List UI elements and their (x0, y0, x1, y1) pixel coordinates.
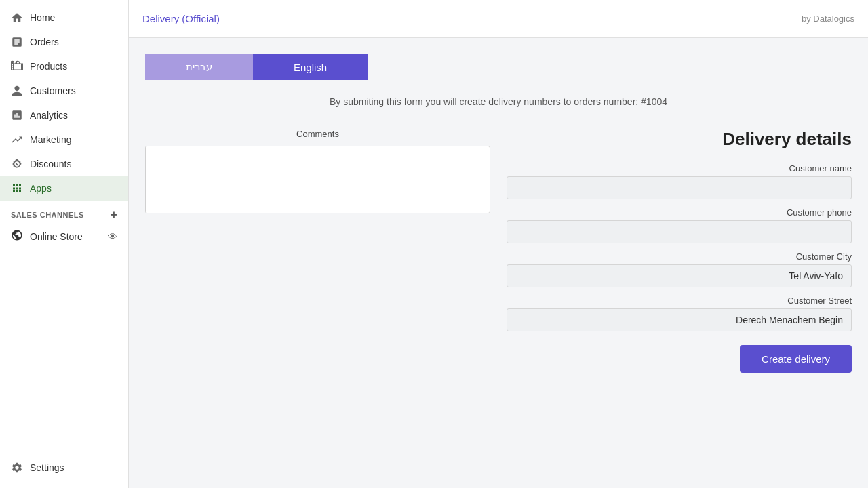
sidebar-item-orders[interactable]: Orders (0, 30, 128, 54)
sidebar-item-online-store[interactable]: Online Store 👁 (0, 224, 128, 249)
topbar-credit: by Datalogics (802, 14, 854, 24)
sidebar-item-analytics[interactable]: Analytics (0, 103, 128, 127)
create-delivery-button[interactable]: Create delivery (740, 345, 852, 373)
topbar: Delivery (Official) by Datalogics (129, 0, 868, 38)
customer-city-group: Customer City (507, 251, 852, 287)
customer-name-input[interactable] (507, 176, 852, 199)
sidebar: Home Orders Products Customers Analytics (0, 0, 129, 488)
analytics-icon (11, 109, 23, 121)
sidebar-item-apps[interactable]: Apps (0, 176, 128, 201)
topbar-title: Delivery (Official) (142, 13, 220, 24)
products-icon (11, 60, 23, 73)
customer-name-group: Customer name (507, 163, 852, 199)
orders-icon (11, 36, 23, 48)
delivery-details-title: Delivery details (507, 129, 852, 150)
sidebar-item-customers[interactable]: Customers (0, 79, 128, 103)
sidebar-bottom: Settings (0, 447, 128, 488)
language-toggle: עברית English (145, 54, 852, 80)
customer-phone-label: Customer phone (787, 207, 852, 218)
sidebar-item-products[interactable]: Products (0, 54, 128, 79)
customer-city-input[interactable] (507, 264, 852, 287)
customer-street-label: Customer Street (787, 296, 852, 306)
comments-textarea[interactable] (145, 146, 490, 214)
hebrew-button[interactable]: עברית (145, 54, 253, 80)
comments-section: Comments (145, 129, 490, 214)
customer-phone-input[interactable] (507, 220, 852, 243)
sales-channels-header: SALES CHANNELS + (0, 201, 128, 224)
discounts-icon (11, 158, 23, 170)
home-icon (11, 12, 23, 24)
customer-phone-group: Customer phone (507, 207, 852, 243)
apps-icon (11, 182, 23, 195)
online-store-icon (11, 229, 23, 243)
content-area: עברית English By submiting this form you… (129, 38, 868, 488)
marketing-icon (11, 134, 23, 146)
add-sales-channel-icon[interactable]: + (111, 209, 117, 221)
comments-label: Comments (145, 129, 490, 139)
online-store-eye-icon[interactable]: 👁 (108, 231, 117, 242)
sidebar-nav: Home Orders Products Customers Analytics (0, 0, 128, 447)
english-button[interactable]: English (253, 54, 368, 80)
form-layout: Comments Delivery details Customer name … (145, 129, 852, 373)
sidebar-item-marketing[interactable]: Marketing (0, 127, 128, 152)
sidebar-item-discounts[interactable]: Discounts (0, 152, 128, 176)
sidebar-item-settings[interactable]: Settings (0, 455, 128, 480)
main-area: Delivery (Official) by Datalogics עברית … (129, 0, 868, 488)
customer-name-label: Customer name (789, 163, 852, 174)
info-message: By submiting this form you will create d… (145, 96, 852, 107)
settings-icon (11, 462, 23, 474)
sidebar-item-home[interactable]: Home (0, 5, 128, 30)
customer-street-input[interactable] (507, 308, 852, 331)
delivery-details-section: Delivery details Customer name Customer … (507, 129, 852, 373)
customer-street-group: Customer Street (507, 296, 852, 331)
customers-icon (11, 85, 23, 97)
customer-city-label: Customer City (796, 251, 852, 262)
